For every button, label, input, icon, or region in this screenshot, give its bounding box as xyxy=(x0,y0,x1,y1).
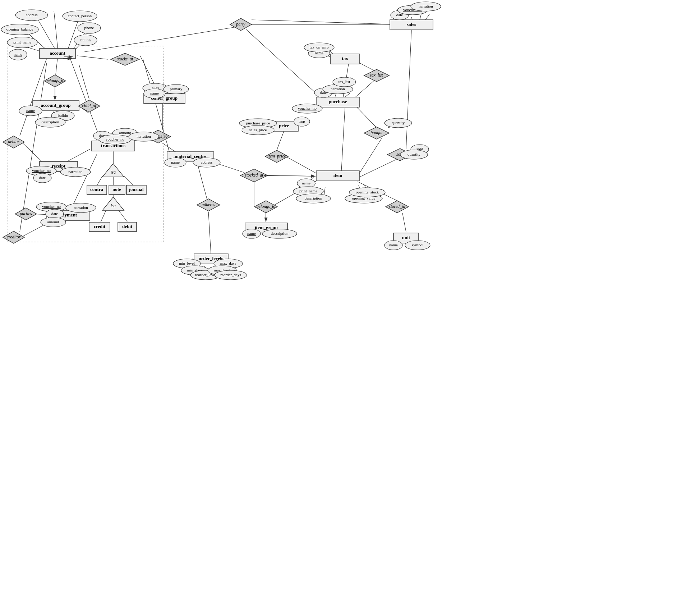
attr-builtin-ag-text: builtin xyxy=(58,113,68,118)
attr-voucher-no-trans-text: voucher_no xyxy=(106,137,124,141)
attr-tax-on-mrp-text: tax_on_mrp xyxy=(309,45,329,49)
entity-journal-label: journal xyxy=(128,187,144,192)
svg-line-24 xyxy=(124,176,133,185)
attr-voucher-no-payment-text: voucher_no xyxy=(42,204,61,209)
svg-line-26 xyxy=(101,210,106,222)
attr-name-ag-text: name xyxy=(26,108,35,113)
svg-line-70 xyxy=(356,106,377,128)
attr-date-receipt-text: date xyxy=(39,175,46,180)
attr-contact-person-text: contact_person xyxy=(68,14,92,18)
entity-item-label: item xyxy=(333,173,342,178)
svg-line-80 xyxy=(83,24,252,52)
entity-note-label: note xyxy=(112,187,121,192)
svg-line-22 xyxy=(97,176,102,185)
attr-narration-trans-text: narration xyxy=(137,134,151,138)
attr-amount-trans-text: amount xyxy=(119,131,131,135)
svg-line-12 xyxy=(79,65,89,99)
attr-opening-stock-text: opening_stock xyxy=(356,190,379,194)
svg-line-59 xyxy=(277,131,284,150)
rel-creditor-label: creditor xyxy=(7,234,21,239)
entity-credit-label: credit xyxy=(94,224,106,229)
attr-address-mc-text: address xyxy=(201,160,213,164)
attr-purchase-price-text: purchase_price xyxy=(246,121,270,125)
svg-line-104 xyxy=(406,29,411,149)
attr-reorder-days-text: reorder_days xyxy=(220,273,241,277)
svg-line-14 xyxy=(77,56,108,59)
attr-narration-payment-text: narration xyxy=(74,205,88,210)
entity-account-group-label: account_group xyxy=(41,102,71,108)
svg-line-67 xyxy=(345,93,350,97)
entity-receipt-label: receipt xyxy=(52,163,66,169)
rel-child-of-label: child_of xyxy=(82,103,97,108)
entity-tax-label: tax xyxy=(342,56,348,61)
attr-date-payment-text: date xyxy=(51,211,58,216)
isa-1-label: isa xyxy=(111,170,116,175)
svg-line-82 xyxy=(246,29,323,100)
attr-voucher-no-purchase-text: voucher_no xyxy=(298,106,317,110)
rel-stored-in-label: stored_in xyxy=(389,204,405,209)
rel-item-price-label: item_price xyxy=(267,154,286,159)
svg-line-49 xyxy=(197,162,208,204)
attr-name-unit-text: name xyxy=(389,243,398,247)
svg-line-81 xyxy=(252,20,399,24)
svg-line-27 xyxy=(119,210,128,222)
attr-min-level-text: min_level xyxy=(179,261,195,265)
attr-symbol-unit-text: symbol xyxy=(412,243,423,247)
svg-line-16 xyxy=(70,58,101,140)
attr-description-ag-text: description xyxy=(42,120,59,124)
rel-parties-label: parties xyxy=(19,211,32,216)
attr-phone-text: phone xyxy=(84,26,94,30)
attr-narration-receipt-text: narration xyxy=(68,169,83,174)
svg-line-86 xyxy=(358,62,377,72)
entity-purchase-label: purchase xyxy=(329,99,347,104)
entity-unit-label: unit xyxy=(402,235,410,240)
attr-quantity-sold-text: quantity xyxy=(407,152,421,156)
attr-max-days-text: max_days xyxy=(220,261,236,265)
entity-contra-label: contra xyxy=(90,187,103,192)
rel-bought-label: bought xyxy=(370,130,383,135)
svg-line-50 xyxy=(208,212,211,253)
arrow-stocked-at-to-item xyxy=(264,175,316,176)
attr-address-text: address xyxy=(26,13,38,17)
attr-opening-balance-text: opening_balance xyxy=(6,27,33,31)
attr-mrp-text: mrp xyxy=(299,119,305,123)
rel-adheres-label: adheres xyxy=(202,202,215,207)
attr-print-name-text: print_name xyxy=(13,40,31,44)
rel-belongs-to-account-label: belongs_to xyxy=(46,78,65,83)
attr-sales-price-text: sales_price xyxy=(249,128,267,132)
attr-primary-text: primary xyxy=(170,87,183,91)
isa-2-label: isa xyxy=(111,203,116,208)
attr-quantity-bought-text: quantity xyxy=(392,120,405,125)
attr-name-item-text: name xyxy=(302,181,310,185)
svg-line-100 xyxy=(402,213,406,232)
entity-price-label: price xyxy=(279,123,289,128)
attr-print-name-item-text: print_name xyxy=(299,189,317,193)
attr-builtin-account-text: builtin xyxy=(80,38,91,42)
rel-party-label: party xyxy=(236,22,245,27)
attr-narration-sales-text: narration xyxy=(419,4,433,8)
rel-tax-list-label: tax_list xyxy=(370,73,383,78)
attr-name-ig-text: name xyxy=(247,231,256,236)
attr-tax-list-text: tax_list xyxy=(339,79,350,84)
attr-description-item-text: description xyxy=(305,196,322,200)
rel-stocks-at-label: stocks_at xyxy=(117,56,133,61)
svg-line-73 xyxy=(358,158,399,178)
attr-name-mc-text: name xyxy=(171,160,180,164)
rel-belongs-to-item-label: belongs_to xyxy=(257,204,276,209)
rel-debtor-label: debtor xyxy=(8,139,19,144)
svg-line-0 xyxy=(36,16,57,53)
entity-account-label: account xyxy=(50,50,65,56)
attr-amount-payment-text: amount xyxy=(47,220,59,224)
er-diagram: account account_group transactions recei… xyxy=(0,0,700,594)
rel-stocked-at-label: stocked_at xyxy=(245,173,263,178)
attr-narration-purchase-text: narration xyxy=(331,87,345,91)
attr-description-ig-text: description xyxy=(271,231,289,236)
attr-voucher-no-receipt-text: voucher_no xyxy=(32,168,51,173)
svg-line-2 xyxy=(66,18,79,53)
attr-name-cg-text: name xyxy=(150,91,159,95)
entity-debit-label: debit xyxy=(122,224,133,229)
attr-name-account-text: name xyxy=(14,52,22,56)
svg-line-71 xyxy=(358,138,382,176)
svg-line-69 xyxy=(341,108,345,171)
entity-sales-label: sales xyxy=(407,22,416,27)
